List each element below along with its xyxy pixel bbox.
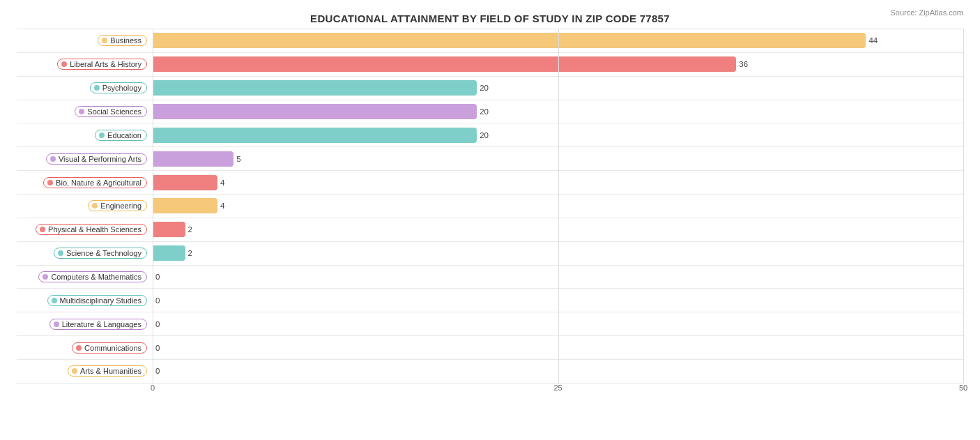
bar-track: 2 [153, 220, 963, 240]
label-dot [61, 61, 67, 67]
bar-label-text: Communications [84, 344, 141, 352]
bar-fill [153, 175, 217, 190]
bar-label-text: Bio, Nature & Agricultural [56, 179, 141, 187]
bar-fill [153, 151, 233, 167]
bar-label-text: Business [110, 36, 141, 45]
bar-row: Liberal Arts & History36 [17, 53, 963, 77]
bar-label: Bio, Nature & Agricultural [17, 177, 153, 188]
bar-fill [153, 80, 477, 96]
bar-label: Visual & Performing Arts [17, 153, 153, 165]
bar-label-text: Psychology [102, 84, 141, 92]
x-tick: 0 [151, 384, 155, 392]
bar-label: Education [17, 130, 153, 141]
label-dot [50, 156, 56, 162]
label-dot [40, 227, 45, 232]
bar-track: 0 [153, 361, 963, 381]
x-tick: 50 [959, 384, 967, 392]
bar-track: 4 [153, 172, 963, 192]
label-dot [79, 109, 84, 114]
label-dot [92, 203, 98, 208]
bar-value-label: 2 [188, 249, 192, 257]
bar-track: 4 [153, 196, 963, 216]
bar-row: Business44 [17, 29, 963, 53]
bar-track: 44 [153, 31, 963, 51]
bar-value-label: 0 [155, 296, 160, 305]
label-dot [72, 368, 77, 374]
bar-label: Physical & Health Sciences [17, 224, 153, 235]
bar-label-text: Engineering [100, 202, 141, 210]
bar-value-label: 0 [155, 273, 160, 281]
bar-value-label: 4 [220, 202, 224, 210]
bar-label-text: Visual & Performing Arts [59, 155, 141, 163]
bar-label-text: Science & Technology [66, 249, 141, 257]
bar-fill [153, 56, 736, 72]
x-tick: 25 [553, 384, 562, 392]
label-dot [54, 321, 59, 327]
bar-track: 20 [153, 78, 963, 98]
bar-row: Psychology20 [17, 77, 963, 100]
bar-value-label: 20 [480, 107, 489, 116]
bars-section: Business44Liberal Arts & History36Psycho… [17, 29, 963, 384]
label-dot [102, 38, 107, 43]
bar-label: Arts & Humanities [17, 365, 153, 377]
bar-fill [153, 33, 866, 48]
bar-label: Social Sciences [17, 106, 153, 117]
bar-label: Science & Technology [17, 248, 153, 259]
bar-track: 36 [153, 54, 963, 75]
bar-value-label: 44 [868, 36, 878, 45]
bar-label-text: Computers & Mathematics [51, 273, 141, 281]
label-dot [47, 180, 53, 185]
bar-label: Psychology [17, 82, 153, 93]
x-axis-container: 02550 [153, 384, 963, 397]
grid-line [963, 29, 964, 384]
bar-track: 20 [153, 102, 963, 122]
bar-row: Social Sciences20 [17, 100, 963, 124]
bar-track: 0 [153, 314, 963, 334]
bar-row: Science & Technology2 [17, 242, 963, 266]
label-dot [94, 85, 100, 91]
bar-fill [153, 198, 217, 213]
bar-fill [153, 104, 477, 119]
bar-row: Physical & Health Sciences2 [17, 218, 963, 242]
bar-value-label: 0 [155, 320, 160, 328]
label-dot [99, 132, 105, 138]
label-dot [76, 345, 82, 351]
bar-label: Business [17, 35, 153, 46]
bar-row: Engineering4 [17, 195, 963, 218]
bar-label-text: Liberal Arts & History [70, 60, 141, 68]
bar-value-label: 0 [155, 344, 160, 352]
bar-value-label: 20 [480, 131, 489, 139]
bar-row: Computers & Mathematics0 [17, 266, 963, 289]
bar-row: Education20 [17, 123, 963, 147]
bar-fill [153, 222, 185, 237]
bar-row: Arts & Humanities0 [17, 360, 963, 384]
bar-row: Multidisciplinary Studies0 [17, 289, 963, 312]
bar-row: Literature & Languages0 [17, 312, 963, 336]
bar-label: Computers & Mathematics [17, 271, 153, 282]
bar-fill [153, 245, 185, 261]
bar-track: 0 [153, 267, 963, 287]
bar-track: 0 [153, 290, 963, 310]
bar-row: Bio, Nature & Agricultural4 [17, 171, 963, 195]
bar-label: Literature & Languages [17, 319, 153, 330]
bar-track: 0 [153, 337, 963, 358]
bar-label-text: Arts & Humanities [80, 367, 141, 375]
label-dot [52, 298, 57, 303]
bar-label: Liberal Arts & History [17, 59, 153, 70]
bar-label-text: Multidisciplinary Studies [60, 296, 141, 305]
bar-value-label: 2 [188, 225, 192, 234]
bar-label-text: Physical & Health Sciences [48, 225, 141, 234]
bar-label-text: Education [107, 131, 141, 139]
bar-label-text: Social Sciences [87, 107, 141, 116]
label-dot [58, 250, 63, 256]
bar-label: Engineering [17, 200, 153, 211]
chart-container: EDUCATIONAL ATTAINMENT BY FIELD OF STUDY… [0, 0, 980, 440]
bar-track: 20 [153, 125, 963, 145]
bar-label-text: Literature & Languages [62, 320, 141, 328]
bar-value-label: 4 [220, 179, 224, 187]
bar-label: Multidisciplinary Studies [17, 295, 153, 306]
bar-row: Communications0 [17, 336, 963, 360]
bar-value-label: 5 [236, 155, 240, 163]
label-dot [43, 274, 48, 280]
bar-track: 2 [153, 243, 963, 264]
